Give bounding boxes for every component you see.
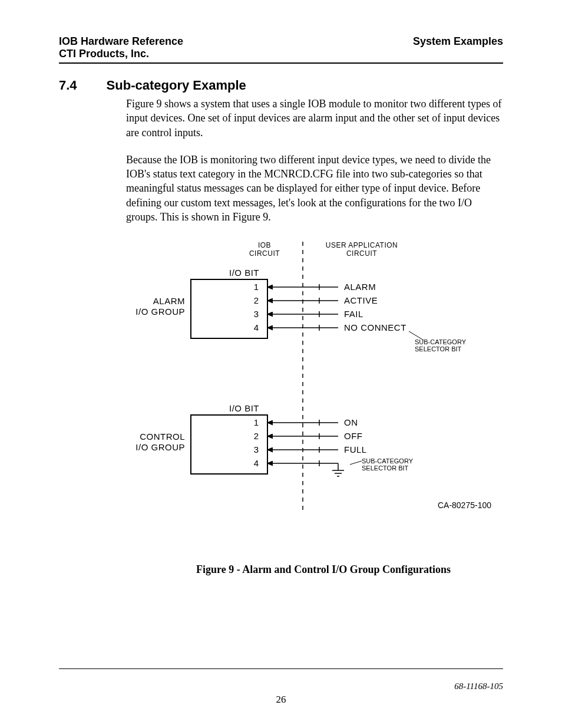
section-heading: 7.4 Sub-category Example: [59, 78, 503, 93]
diag-iob-l1: IOB: [258, 241, 271, 249]
g2-sig-2: OFF: [344, 431, 363, 441]
header-left-line2: CTI Products, Inc.: [59, 48, 183, 60]
diagram-svg: IOB CIRCUIT USER APPLICATION CIRCUIT I/O…: [126, 237, 503, 532]
io-bit-label-2: I/O BIT: [229, 403, 259, 413]
g2-sig-1: ON: [344, 417, 358, 427]
g1-bit-3: 3: [254, 309, 259, 319]
g2-bit-1: 1: [254, 417, 259, 427]
page: IOB Hardware Reference CTI Products, Inc…: [0, 0, 562, 728]
g2-bit-3: 3: [254, 444, 259, 454]
control-group-l1: CONTROL: [140, 431, 185, 442]
page-header: IOB Hardware Reference CTI Products, Inc…: [59, 35, 503, 64]
ground-icon: [332, 463, 344, 476]
g1-sig-2: ACTIVE: [344, 295, 378, 305]
g1-bit-4: 4: [254, 322, 259, 332]
paragraph-1: Figure 9 shows a system that uses a sing…: [126, 97, 503, 140]
section-title: Sub-category Example: [107, 78, 246, 93]
header-rule: [59, 62, 503, 64]
header-left-line1: IOB Hardware Reference: [59, 35, 183, 48]
g2-subcat-l2: SELECTOR BIT: [362, 465, 409, 472]
g2-subcat-l1: SUB-CATEGORY: [362, 457, 414, 465]
g1-signal-lines: [267, 284, 338, 331]
g1-bit-1: 1: [254, 282, 259, 292]
diag-user-l1: USER APPLICATION: [326, 241, 398, 249]
header-right: System Examples: [413, 35, 503, 48]
body-text: Figure 9 shows a system that uses a sing…: [126, 97, 503, 224]
g1-sig-4: NO CONNECT: [344, 322, 406, 332]
io-bit-label-1: I/O BIT: [229, 268, 259, 278]
figure-caption: Figure 9 - Alarm and Control I/O Group C…: [144, 564, 503, 576]
footer-rule: [59, 668, 503, 669]
control-group-l2: I/O GROUP: [135, 442, 185, 452]
paragraph-2: Because the IOB is monitoring two differ…: [126, 153, 503, 224]
g1-subcat-l2: SELECTOR BIT: [415, 345, 462, 353]
g1-sig-3: FAIL: [344, 309, 363, 319]
g1-bit-2: 2: [254, 295, 259, 305]
diag-user-l2: CIRCUIT: [346, 249, 377, 258]
g2-sig-3: FULL: [344, 444, 367, 454]
diagram-part-number: CA-80275-100: [438, 500, 491, 510]
g2-bit-4: 4: [254, 458, 259, 468]
alarm-group-l1: ALARM: [153, 296, 185, 306]
svg-line-22: [350, 461, 362, 465]
figure-9: IOB CIRCUIT USER APPLICATION CIRCUIT I/O…: [126, 237, 503, 576]
g1-subcat-l1: SUB-CATEGORY: [415, 338, 467, 345]
diag-iob-l2: CIRCUIT: [249, 249, 280, 258]
page-number: 26: [0, 694, 562, 706]
g1-sig-1: ALARM: [344, 282, 376, 292]
doc-id: 68-11168-105: [454, 681, 503, 691]
g2-bit-2: 2: [254, 431, 259, 441]
section-number: 7.4: [59, 78, 77, 93]
alarm-group-l2: I/O GROUP: [135, 307, 185, 317]
